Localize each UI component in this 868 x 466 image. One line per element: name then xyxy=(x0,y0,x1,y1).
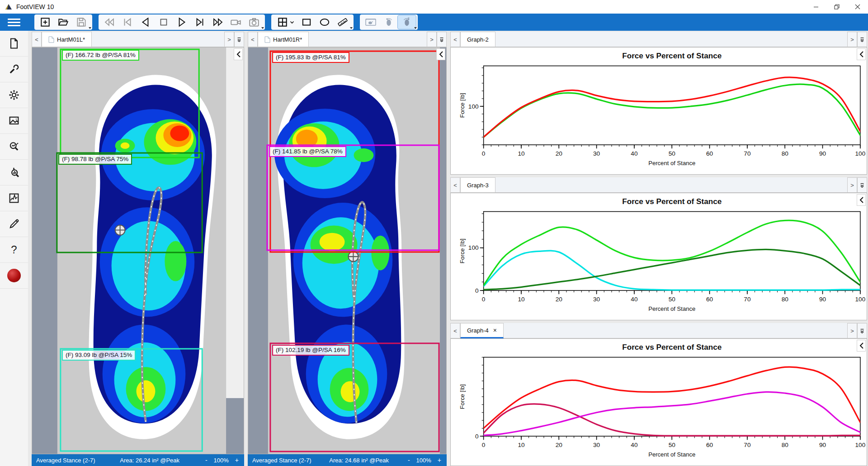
svg-text:70: 70 xyxy=(744,442,751,448)
record-video-button[interactable] xyxy=(227,15,245,29)
cop-marker[interactable] xyxy=(115,225,125,235)
sidebar-item-new-page[interactable] xyxy=(0,31,28,57)
svg-text:Force [lb]: Force [lb] xyxy=(459,238,466,263)
zoom-level: 100% xyxy=(214,457,229,464)
stop-button[interactable] xyxy=(155,15,173,29)
playback-group-more-icon[interactable] xyxy=(261,27,264,29)
zoom-in-button[interactable]: + xyxy=(234,456,240,464)
svg-text:100: 100 xyxy=(855,296,866,303)
tab-scroll-left-button[interactable]: < xyxy=(248,32,258,47)
draw-group-more-icon[interactable] xyxy=(350,27,353,29)
tab-close-icon[interactable]: × xyxy=(493,327,497,334)
collapse-panel-button[interactable] xyxy=(857,194,866,206)
collapse-panel-button[interactable] xyxy=(857,340,866,352)
measure-ruler-button[interactable] xyxy=(334,15,352,29)
left-foot-pressure-map[interactable] xyxy=(32,48,244,454)
sidebar-item-help[interactable]: ? xyxy=(0,237,28,263)
collapse-panel-button[interactable] xyxy=(436,48,445,60)
maximize-button[interactable] xyxy=(826,0,847,14)
tab-scroll-left-button[interactable]: < xyxy=(32,32,42,47)
open-file-button[interactable] xyxy=(54,15,72,29)
zone-label-heel[interactable]: (F) 102.19 lb @P/SA 16% xyxy=(272,345,349,356)
left-foot-view-button[interactable] xyxy=(380,15,398,29)
sidebar-item-annotate[interactable] xyxy=(0,211,28,237)
svg-text:80: 80 xyxy=(782,442,789,448)
layout-grid-button[interactable] xyxy=(273,15,297,29)
zone-label-forefoot[interactable]: (F) 195.83 lb @P/SA 81% xyxy=(272,52,349,63)
svg-text:90: 90 xyxy=(819,442,826,448)
sidebar-item-gait-analysis[interactable] xyxy=(0,160,28,185)
foot-group-more-icon[interactable] xyxy=(414,27,417,29)
menu-button[interactable] xyxy=(0,14,28,31)
tab-graph-2[interactable]: Graph-2 xyxy=(460,32,495,47)
tab-list-button[interactable] xyxy=(857,32,867,47)
tab-graph-3[interactable]: Graph-3 xyxy=(460,177,495,193)
tab-list-button[interactable] xyxy=(857,177,867,193)
save-file-button[interactable] xyxy=(72,15,90,29)
new-document-button[interactable] xyxy=(36,15,54,29)
tab-list-button[interactable] xyxy=(857,323,867,338)
gait-filmstrip-button[interactable] xyxy=(362,15,380,29)
step-forward-button[interactable] xyxy=(191,15,209,29)
tab-scroll-right-button[interactable]: > xyxy=(847,32,857,47)
sidebar-item-graph[interactable] xyxy=(0,185,28,211)
collapse-panel-button[interactable] xyxy=(234,48,243,60)
tab-scroll-left-button[interactable]: < xyxy=(450,32,460,47)
sidebar-item-tools[interactable] xyxy=(0,57,28,82)
graph-2-tabrow: < Graph-2 > xyxy=(450,32,867,47)
file-group-more-icon[interactable] xyxy=(89,27,91,29)
tab-list-button[interactable] xyxy=(437,32,447,47)
svg-text:100: 100 xyxy=(468,244,479,251)
tab-scroll-left-button[interactable]: < xyxy=(450,177,460,193)
record-ball-icon xyxy=(7,269,21,282)
collapse-panel-button[interactable] xyxy=(857,48,866,60)
new-document-icon xyxy=(39,16,51,28)
chevron-left-icon xyxy=(439,51,443,57)
chart-icon xyxy=(8,192,20,204)
play-backward-button[interactable] xyxy=(137,15,155,29)
svg-text:10: 10 xyxy=(518,442,525,448)
skip-first-button[interactable] xyxy=(100,15,118,29)
right-foot-pressure-map[interactable] xyxy=(248,48,446,454)
tab-scroll-right-button[interactable]: > xyxy=(847,323,857,338)
minimize-button[interactable] xyxy=(806,0,826,14)
close-button[interactable] xyxy=(847,0,868,14)
zoom-out-button[interactable]: - xyxy=(407,456,411,464)
sidebar-item-record[interactable] xyxy=(0,263,28,289)
svg-text:Force [lb]: Force [lb] xyxy=(459,384,466,409)
cop-marker[interactable] xyxy=(348,252,358,262)
step-forward-icon xyxy=(194,16,206,28)
tab-hartm01r[interactable]: HartM01R* xyxy=(258,32,309,47)
tab-graph-4[interactable]: Graph-4 × xyxy=(460,323,504,338)
step-backward-button[interactable] xyxy=(118,15,137,29)
tab-hartm01l[interactable]: HartM01L* xyxy=(42,32,92,47)
sidebar-item-zoom-analysis[interactable] xyxy=(0,134,28,160)
play-backward-icon xyxy=(140,16,151,28)
skip-last-button[interactable] xyxy=(209,15,227,29)
tab-label: Graph-4 xyxy=(467,327,489,334)
tab-scroll-right-button[interactable]: > xyxy=(847,177,857,193)
graph-3-panel: < Graph-3 > Force vs Percent of Stance01… xyxy=(450,177,867,320)
zone-label-midfoot[interactable]: (F) 141.85 lb @P/SA 78% xyxy=(269,146,346,157)
zoom-out-button[interactable]: - xyxy=(204,456,208,464)
sidebar-item-settings[interactable] xyxy=(0,82,28,108)
sidebar-item-image-export[interactable] xyxy=(0,108,28,134)
graph-2-panel: < Graph-2 > Force vs Percent of Stance01… xyxy=(450,32,867,175)
tab-scroll-right-button[interactable]: > xyxy=(224,32,234,47)
graph-3-chart: Force vs Percent of Stance01020304050607… xyxy=(451,193,867,320)
draw-rectangle-button[interactable] xyxy=(297,15,316,29)
zone-label-forefoot[interactable]: (F) 166.72 lb @P/SA 81% xyxy=(62,50,139,61)
svg-text:0: 0 xyxy=(475,433,479,440)
svg-text:70: 70 xyxy=(744,150,751,157)
tab-list-button[interactable] xyxy=(234,32,244,47)
zone-label-heel[interactable]: (F) 93.09 lb @P/SA 15% xyxy=(62,350,136,361)
play-button[interactable] xyxy=(173,15,191,29)
tab-scroll-left-button[interactable]: < xyxy=(450,323,460,338)
snapshot-button[interactable] xyxy=(245,15,263,29)
zoom-in-button[interactable]: + xyxy=(437,456,442,464)
right-foot-view-button[interactable] xyxy=(398,15,416,29)
zone-label-midfoot[interactable]: (F) 98.78 lb @P/SA 75% xyxy=(58,154,132,165)
tab-scroll-right-button[interactable]: > xyxy=(427,32,437,47)
tab-label: HartM01L* xyxy=(57,36,85,43)
draw-ellipse-button[interactable] xyxy=(316,15,334,29)
